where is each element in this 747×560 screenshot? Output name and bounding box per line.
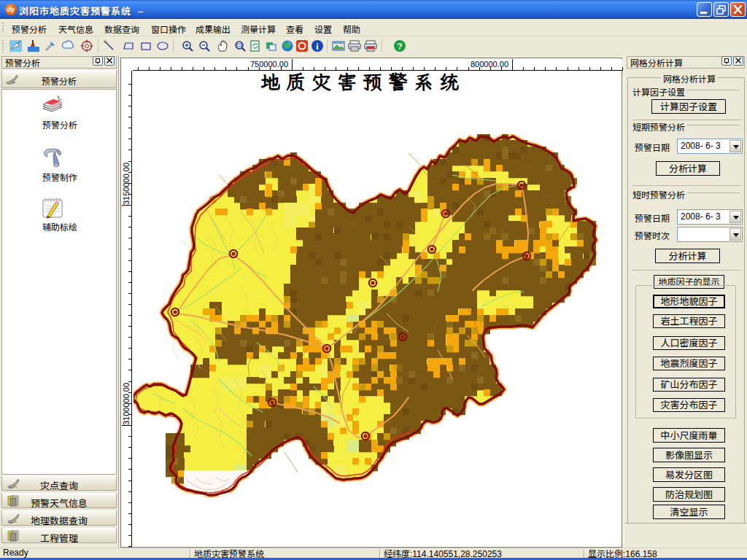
svg-text:地质灾害预警系统: 地质灾害预警系统 <box>260 71 465 95</box>
svg-text:?: ? <box>397 39 402 52</box>
